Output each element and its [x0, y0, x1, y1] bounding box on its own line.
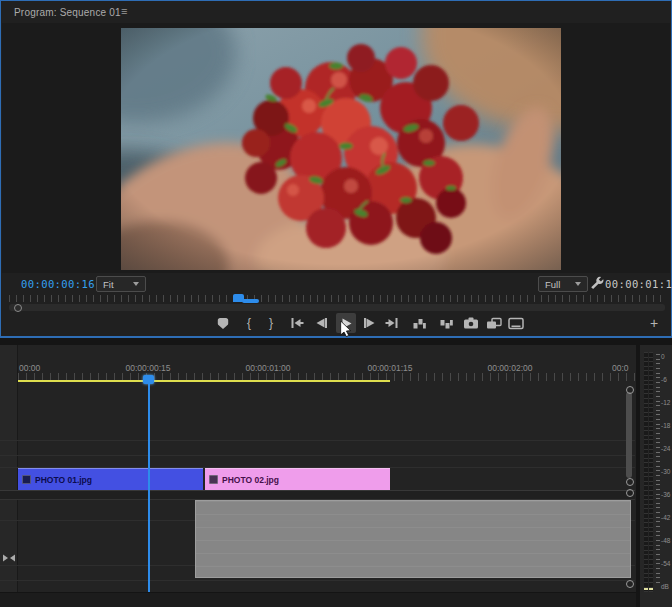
clip-fx-badge-icon: [22, 475, 31, 484]
timeline-vertical-scrollbar[interactable]: [626, 392, 632, 478]
meter-scale-label: -48: [661, 537, 670, 544]
mouse-cursor: [340, 321, 352, 341]
clip-label: PHOTO 02.jpg: [222, 475, 279, 485]
zoom-level-dropdown[interactable]: Fit: [96, 276, 146, 292]
meter-unit-label: dB: [661, 583, 669, 590]
timeline-bottom-scroll-area[interactable]: [0, 592, 636, 607]
strawberries-photo: [121, 28, 561, 270]
clip-label: PHOTO 01.jpg: [35, 475, 92, 485]
out-timecode[interactable]: 00:00:01:16: [605, 278, 672, 290]
meter-scale-label: -18: [661, 422, 670, 429]
timeline-panel: 00:00 00:00:00:15 00:00:01:00 00:00:01:1…: [0, 345, 636, 607]
work-area-bar[interactable]: [18, 380, 390, 382]
track-divider: [0, 440, 635, 441]
clip-drag-ghost[interactable]: [195, 500, 631, 578]
audio-meter-scale-ticks: [656, 354, 660, 586]
mark-out-button[interactable]: }: [261, 313, 281, 333]
audio-meter-bar-right: [649, 352, 653, 592]
export-frame-button[interactable]: [461, 313, 481, 333]
zoom-level-value: Fit: [103, 279, 114, 290]
meter-scale-label: -12: [661, 399, 670, 406]
ruler-label: 00:00:01:00: [246, 363, 291, 373]
timeline-playhead-line: [148, 378, 150, 592]
meter-scale-label: 0: [661, 353, 665, 360]
extract-button[interactable]: [436, 313, 456, 333]
meter-scale-label: -36: [661, 491, 670, 498]
add-marker-button[interactable]: [213, 313, 233, 333]
ruler-label: 00:00:00:15: [126, 363, 171, 373]
collapsed-track-icon[interactable]: [3, 548, 15, 566]
monitor-zoom-scrollbar[interactable]: [9, 304, 665, 311]
premiere-workspace: Program: Sequence 01 ≡: [0, 0, 672, 607]
clip-fx-badge-icon: [209, 475, 218, 484]
scrollbar-end-handle[interactable]: [626, 386, 634, 394]
button-editor-plus[interactable]: +: [644, 313, 664, 333]
monitor-playhead-handle[interactable]: [242, 299, 259, 303]
panel-menu-icon[interactable]: ≡: [121, 5, 127, 17]
program-monitor-panel: Program: Sequence 01 ≡: [0, 0, 672, 338]
track-resize-handle[interactable]: [626, 580, 634, 588]
current-timecode[interactable]: 00:00:00:16: [21, 278, 95, 290]
track-header-column: [0, 345, 18, 607]
meter-peak-dash: [649, 588, 653, 590]
output-settings-button[interactable]: [506, 313, 526, 333]
program-preview-image: [121, 28, 561, 270]
lift-button[interactable]: [409, 313, 429, 333]
timeline-clip[interactable]: PHOTO 02.jpg: [205, 468, 390, 490]
timeline-clip[interactable]: PHOTO 01.jpg: [18, 468, 203, 490]
panel-title: Program: Sequence 01: [14, 7, 121, 18]
go-to-out-button[interactable]: [381, 313, 401, 333]
playback-resolution-dropdown[interactable]: Full: [538, 276, 588, 292]
meter-scale-label: -54: [661, 560, 670, 567]
meter-scale-label: -30: [661, 468, 670, 475]
step-forward-button[interactable]: [359, 313, 379, 333]
ruler-label: 00:0: [612, 363, 635, 373]
go-to-in-button[interactable]: [287, 313, 307, 333]
audio-meter-panel: 0 -6 -12 -18 -24 -30 -36 -42 -48 -54 dB: [640, 345, 672, 607]
settings-wrench-icon[interactable]: [590, 276, 604, 294]
playback-resolution-value: Full: [545, 279, 560, 290]
track-resize-handle[interactable]: [626, 489, 634, 497]
audio-meter-bar-left: [644, 352, 648, 592]
chevron-down-icon: [133, 282, 139, 286]
meter-scale-label: -42: [661, 514, 670, 521]
chevron-down-icon: [575, 282, 581, 286]
scrollbar-end-handle[interactable]: [14, 304, 22, 312]
track-divider: [0, 455, 635, 456]
ruler-label: 00:00: [19, 363, 40, 373]
ruler-label: 00:00:01:15: [368, 363, 413, 373]
track-divider: [0, 580, 635, 581]
comparison-view-button[interactable]: [484, 313, 504, 333]
step-back-button[interactable]: [311, 313, 331, 333]
ruler-label: 00:00:02:00: [488, 363, 533, 373]
meter-peak-dash: [644, 588, 648, 590]
scrollbar-end-handle[interactable]: [626, 478, 634, 486]
monitor-scrubber-ruler[interactable]: [9, 295, 665, 302]
meter-scale-label: -24: [661, 445, 670, 452]
video-audio-divider[interactable]: [0, 490, 635, 500]
mark-in-button[interactable]: {: [239, 313, 259, 333]
meter-scale-label: -6: [661, 376, 667, 383]
